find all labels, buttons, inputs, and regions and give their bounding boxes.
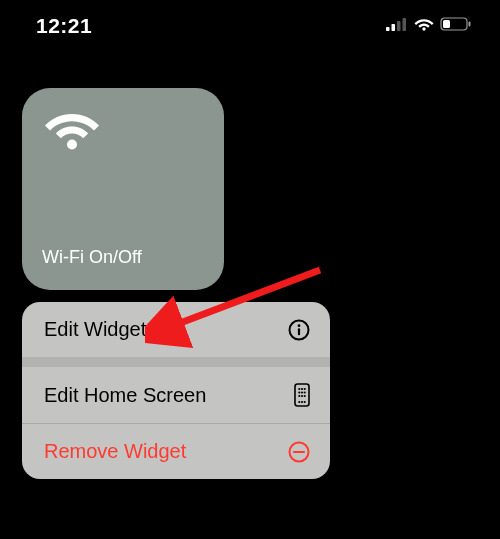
- svg-point-16: [298, 391, 300, 393]
- svg-point-17: [301, 391, 303, 393]
- svg-point-19: [298, 395, 300, 397]
- wifi-icon: [414, 17, 434, 35]
- svg-point-8: [67, 140, 77, 150]
- menu-item-label: Remove Widget: [44, 440, 186, 463]
- battery-icon: [440, 17, 472, 35]
- svg-point-15: [304, 388, 306, 390]
- status-bar: 12:21: [0, 0, 500, 48]
- svg-point-24: [304, 401, 306, 403]
- wifi-icon: [44, 110, 206, 156]
- status-indicators: [386, 17, 472, 35]
- svg-point-14: [301, 388, 303, 390]
- widget-label: Wi-Fi On/Off: [42, 247, 206, 268]
- status-time: 12:21: [36, 14, 92, 38]
- svg-rect-6: [443, 20, 450, 28]
- svg-point-23: [301, 401, 303, 403]
- svg-point-20: [301, 395, 303, 397]
- svg-rect-1: [392, 24, 396, 31]
- svg-rect-11: [298, 328, 300, 335]
- context-menu: Edit Widget Edit Home Screen: [22, 302, 330, 479]
- edit-widget-item[interactable]: Edit Widget: [22, 302, 330, 357]
- svg-rect-3: [403, 18, 407, 31]
- svg-point-13: [298, 388, 300, 390]
- svg-point-10: [298, 324, 301, 327]
- svg-rect-2: [397, 21, 401, 31]
- svg-point-4: [422, 27, 425, 30]
- remove-icon: [288, 441, 310, 463]
- wifi-widget[interactable]: Wi-Fi On/Off: [22, 88, 224, 290]
- edit-home-screen-item[interactable]: Edit Home Screen: [22, 367, 330, 423]
- apps-grid-icon: [294, 383, 310, 407]
- svg-rect-0: [386, 27, 390, 31]
- info-icon: [288, 319, 310, 341]
- menu-item-label: Edit Home Screen: [44, 384, 206, 407]
- svg-point-22: [298, 401, 300, 403]
- svg-rect-7: [469, 22, 471, 27]
- menu-separator: [22, 357, 330, 367]
- menu-item-label: Edit Widget: [44, 318, 146, 341]
- remove-widget-item[interactable]: Remove Widget: [22, 424, 330, 479]
- svg-point-18: [304, 391, 306, 393]
- svg-point-21: [304, 395, 306, 397]
- cellular-icon: [386, 17, 408, 35]
